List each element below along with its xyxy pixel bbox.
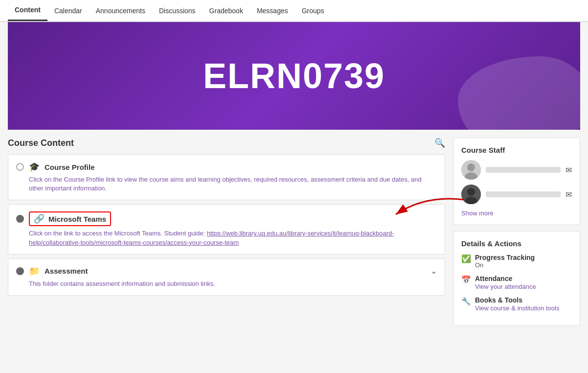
staff-avatar-2 <box>461 185 481 204</box>
staff-item-1: ✉ <box>461 160 572 180</box>
books-tools-link[interactable]: View course & institution tools <box>475 304 559 312</box>
tab-messages[interactable]: Messages <box>250 1 295 21</box>
tab-announcements[interactable]: Announcements <box>89 1 152 21</box>
assessment-desc: This folder contains assessment informat… <box>29 280 437 288</box>
content-area: Course Content 🔍 🎓 Course Profile Click … <box>8 138 445 332</box>
details-actions-section: Details & Actions ✅ Progress Tracking On… <box>453 231 580 326</box>
attendance-label: Attendance <box>475 275 536 282</box>
books-tools-label: Books & Tools <box>475 296 559 304</box>
progress-tracking-value: On <box>475 261 535 269</box>
section-title: Course Content <box>8 138 74 148</box>
tab-calendar[interactable]: Calendar <box>47 1 89 21</box>
details-actions-title: Details & Actions <box>461 239 572 248</box>
course-profile-title[interactable]: Course Profile <box>45 163 95 171</box>
attendance-icon: 📅 <box>461 275 471 284</box>
search-button[interactable]: 🔍 <box>434 138 445 148</box>
tab-groups[interactable]: Groups <box>295 1 331 21</box>
folder-icon: 📁 <box>29 266 40 277</box>
show-more-link[interactable]: Show more <box>461 210 494 217</box>
content-item-course-profile: 🎓 Course Profile Click on the Course Pro… <box>8 154 445 200</box>
graduation-icon: 🎓 <box>29 162 40 172</box>
attendance-item: 📅 Attendance View your attendance <box>461 275 572 290</box>
microsoft-teams-desc: Click on the link to access the Microsof… <box>29 229 437 247</box>
books-tools-item: 🔧 Books & Tools View course & institutio… <box>461 296 572 312</box>
staff-item-2: ✉ <box>461 185 572 204</box>
progress-tracking-label: Progress Tracking <box>475 254 535 261</box>
course-title: ELRN0739 <box>203 56 385 96</box>
link-icon: 🔗 <box>34 213 45 224</box>
microsoft-teams-highlighted-box: 🔗 Microsoft Teams <box>29 211 111 226</box>
svg-point-2 <box>467 163 475 171</box>
content-item-microsoft-teams: 🔗 Microsoft Teams Click on the link to a… <box>8 204 445 254</box>
progress-tracking-icon: ✅ <box>461 254 471 263</box>
item-radio-assessment[interactable] <box>16 267 24 275</box>
microsoft-teams-title[interactable]: Microsoft Teams <box>48 215 106 223</box>
course-staff-title: Course Staff <box>461 146 572 154</box>
tab-gradebook[interactable]: Gradebook <box>203 1 250 21</box>
tab-content[interactable]: Content <box>8 0 47 21</box>
tab-discussions[interactable]: Discussions <box>152 1 203 21</box>
sidebar: Course Staff ✉ <box>453 138 580 332</box>
progress-tracking-item: ✅ Progress Tracking On <box>461 254 572 269</box>
staff-avatar-1 <box>461 160 481 180</box>
books-tools-icon: 🔧 <box>461 297 471 306</box>
attendance-link[interactable]: View your attendance <box>475 283 536 290</box>
course-staff-section: Course Staff ✉ <box>453 138 580 225</box>
hero-banner: ELRN0739 <box>8 22 580 130</box>
assessment-expand-button[interactable]: ⌄ <box>430 266 437 276</box>
assessment-title[interactable]: Assessment <box>45 267 88 275</box>
svg-point-5 <box>467 188 475 196</box>
top-navigation: Content Calendar Announcements Discussio… <box>0 0 588 22</box>
content-item-assessment: 📁 Assessment ⌄ This folder contains asse… <box>8 258 445 296</box>
mail-icon-2[interactable]: ✉ <box>565 190 572 199</box>
staff-name-1 <box>486 167 561 173</box>
course-profile-desc: Click on the Course Profile link to view… <box>29 175 437 193</box>
item-radio-course-profile[interactable] <box>16 163 24 171</box>
item-radio-microsoft-teams[interactable] <box>16 215 24 223</box>
student-guide-link[interactable]: https://web.library.uq.edu.au/library-se… <box>29 230 394 246</box>
mail-icon-1[interactable]: ✉ <box>565 165 572 175</box>
staff-name-2 <box>486 191 561 197</box>
